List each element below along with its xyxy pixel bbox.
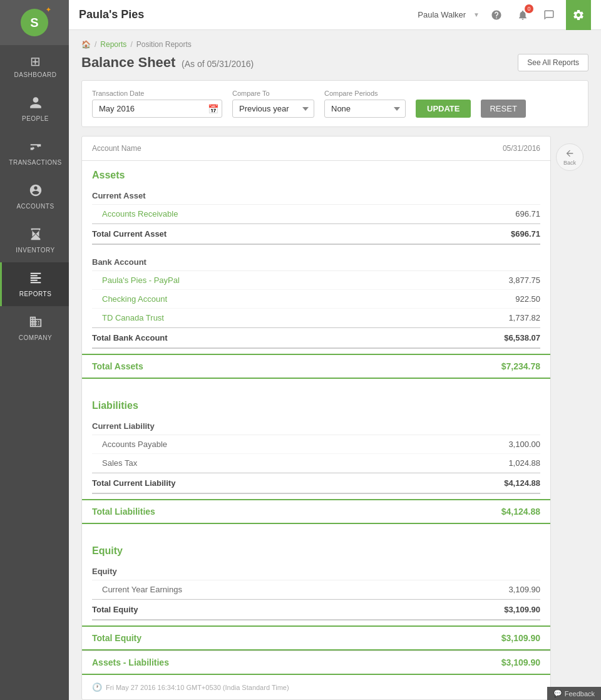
sidebar-item-label-transactions: Transactions <box>9 159 61 166</box>
total-bank-label: Total Bank Account <box>92 333 168 342</box>
current-asset-title: Current Asset <box>92 185 540 205</box>
sidebar-logo: S <box>0 0 69 45</box>
assets-liabilities-label: Assets - Liabilities <box>92 657 169 667</box>
compare-periods-select[interactable]: None 1 2 3 <box>324 100 406 118</box>
reports-icon <box>29 271 43 288</box>
table-row: Paula's Pies - PayPal 3,877.75 <box>92 271 540 290</box>
company-icon <box>29 315 43 332</box>
breadcrumb-reports[interactable]: Reports <box>100 40 126 49</box>
table-row: Accounts Payable 3,100.00 <box>92 435 540 454</box>
back-button-label: Back <box>563 160 576 166</box>
reset-button[interactable]: RESET <box>481 100 525 118</box>
user-name[interactable]: Paula Walker <box>418 10 466 19</box>
clock-icon: 🕐 <box>92 682 102 692</box>
home-icon[interactable]: 🏠 <box>81 40 91 49</box>
current-liability-title: Current Liability <box>92 415 540 435</box>
table-row: Current Year Earnings 3,109.90 <box>92 580 540 599</box>
messages-icon[interactable] <box>540 6 558 24</box>
sidebar-item-transactions[interactable]: Transactions <box>0 131 69 175</box>
sidebar-item-dashboard[interactable]: ⊞ Dashboard <box>0 45 69 87</box>
dashboard-icon: ⊞ <box>30 54 41 69</box>
sidebar-item-label-inventory: Inventory <box>16 247 54 254</box>
transaction-date-input[interactable] <box>92 100 222 118</box>
notification-badge: 0 <box>525 4 533 13</box>
accounts-icon <box>29 183 43 200</box>
table-row: Sales Tax 1,024.88 <box>92 454 540 473</box>
back-button[interactable]: Back <box>556 143 583 171</box>
checking-amount: 922.50 <box>515 294 540 304</box>
people-icon <box>29 96 43 113</box>
equity-section-title: Equity <box>82 537 550 560</box>
total-liabilities-amount: $4,124.88 <box>501 507 540 517</box>
sidebar-item-company[interactable]: Company <box>0 306 69 350</box>
sidebar-item-label-accounts: Accounts <box>16 203 54 210</box>
total-current-asset-row: Total Current Asset $696.71 <box>92 224 540 245</box>
table-row: Checking Account 922.50 <box>92 290 540 309</box>
see-all-reports-button[interactable]: See All Reports <box>518 54 588 71</box>
feedback-button[interactable]: 💬 Feedback <box>547 687 601 700</box>
page-title-row: Balance Sheet (As of 05/31/2016) See All… <box>81 54 588 71</box>
compare-to-select[interactable]: Previous year Previous period Budget <box>232 100 314 118</box>
compare-to-group: Compare To Previous year Previous period… <box>232 90 314 118</box>
paypal-amount: 3,877.75 <box>508 275 540 285</box>
filter-bar: Transaction Date 📅 Compare To Previous y… <box>81 80 588 127</box>
accounts-payable-name: Accounts Payable <box>102 440 167 449</box>
breadcrumb-position-reports: Position Reports <box>136 40 192 49</box>
assets-liabilities-row: Assets - Liabilities $3,109.90 <box>82 651 550 675</box>
checking-link[interactable]: Checking Account <box>102 294 167 304</box>
total-current-liability-label: Total Current Liability <box>92 478 175 488</box>
section-separator-1 <box>82 379 550 391</box>
sidebar-item-people[interactable]: People <box>0 87 69 131</box>
total-assets-row: Total Assets $7,234.78 <box>82 354 550 379</box>
total-bank-account-row: Total Bank Account $6,538.07 <box>92 327 540 349</box>
footer-timestamp: 🕐 Fri May 27 2016 16:34:10 GMT+0530 (Ind… <box>82 675 550 699</box>
accounts-receivable-amount: 696.71 <box>515 209 540 219</box>
total-current-asset-label: Total Current Asset <box>92 229 167 239</box>
breadcrumb: 🏠 / Reports / Position Reports <box>81 40 588 49</box>
table-row: TD Canada Trust 1,737.82 <box>92 309 540 327</box>
main-content: Paula's Pies Paula Walker ▼ 0 🏠 <box>69 0 601 700</box>
total-equity-grand-row: Total Equity $3,109.90 <box>82 625 550 651</box>
accounts-payable-amount: 3,100.00 <box>508 440 540 449</box>
column-date-header: 05/31/2016 <box>503 144 540 153</box>
accounts-receivable-link[interactable]: Accounts Receivable <box>102 209 178 219</box>
total-equity-grand-label: Total Equity <box>92 633 141 643</box>
current-year-earnings-name: Current Year Earnings <box>102 585 182 594</box>
content-area: 🏠 / Reports / Position Reports Balance S… <box>69 30 601 700</box>
td-canada-link[interactable]: TD Canada Trust <box>102 313 164 322</box>
sidebar-item-label-company: Company <box>19 334 52 341</box>
update-button[interactable]: UPDATE <box>416 100 471 118</box>
total-equity-amount: $3,109.90 <box>504 605 540 614</box>
sidebar-item-inventory[interactable]: Inventory <box>0 219 69 262</box>
transaction-date-group: Transaction Date 📅 <box>92 90 222 118</box>
equity-subsection: Equity Current Year Earnings 3,109.90 To… <box>82 560 550 620</box>
notifications-icon[interactable]: 0 <box>513 6 532 24</box>
inventory-icon <box>29 227 43 244</box>
current-year-earnings-amount: 3,109.90 <box>508 585 540 594</box>
page-title-container: Balance Sheet (As of 05/31/2016) <box>81 54 254 71</box>
paypal-link[interactable]: Paula's Pies - PayPal <box>102 275 180 285</box>
app-logo: S <box>21 9 48 36</box>
feedback-label: Feedback <box>565 690 595 697</box>
header-right: Paula Walker ▼ 0 <box>418 0 591 30</box>
total-current-liability-amount: $4,124.88 <box>504 478 540 488</box>
sidebar-item-label-reports: Reports <box>19 291 52 297</box>
total-equity-row: Total Equity $3,109.90 <box>92 599 540 620</box>
transaction-date-label: Transaction Date <box>92 90 222 97</box>
assets-section-title: Assets <box>82 161 550 185</box>
settings-icon[interactable] <box>566 0 591 30</box>
total-assets-amount: $7,234.78 <box>501 361 540 371</box>
compare-periods-label: Compare Periods <box>324 90 406 97</box>
report-area: Account Name 05/31/2016 Assets Current A… <box>81 136 551 700</box>
timestamp-text: Fri May 27 2016 16:34:10 GMT+0530 (India… <box>106 684 289 691</box>
page-title: Balance Sheet <box>81 54 175 70</box>
total-equity-grand-amount: $3,109.90 <box>501 633 540 643</box>
help-icon[interactable] <box>487 6 506 24</box>
sidebar-item-reports[interactable]: Reports <box>0 262 69 306</box>
total-bank-amount: $6,538.07 <box>504 333 540 342</box>
compare-periods-group: Compare Periods None 1 2 3 <box>324 90 406 118</box>
td-canada-amount: 1,737.82 <box>508 313 540 322</box>
sidebar-item-accounts[interactable]: Accounts <box>0 175 69 219</box>
bank-account-title: Bank Account <box>92 251 540 271</box>
bank-account-subsection: Bank Account Paula's Pies - PayPal 3,877… <box>82 251 550 349</box>
